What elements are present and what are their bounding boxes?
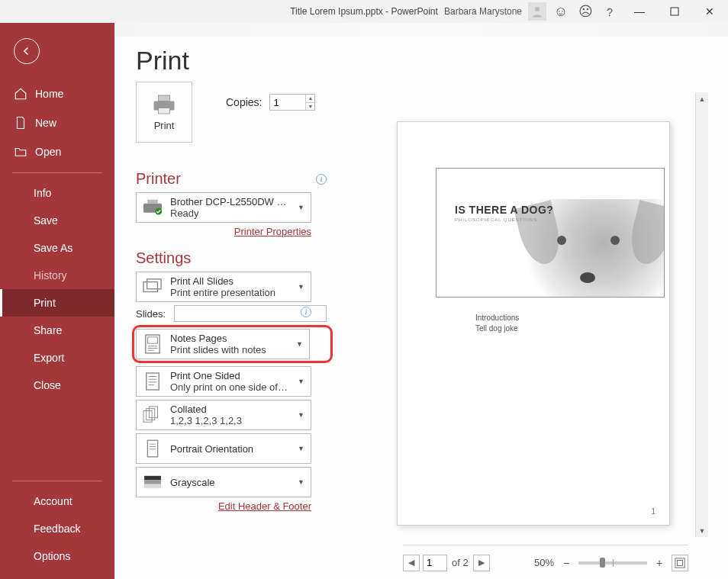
notes-text: Introductions Tell dog joke <box>475 313 631 334</box>
page-count-label: of 2 <box>452 557 469 568</box>
zoom-slider-thumb[interactable] <box>600 558 605 568</box>
current-page-input[interactable]: 1 <box>423 555 447 571</box>
sidebar-item-info[interactable]: Info <box>0 179 114 207</box>
sidebar-item-label: Home <box>35 88 63 100</box>
svg-rect-22 <box>147 409 155 420</box>
sidebar-item-account[interactable]: Account <box>0 487 114 515</box>
copies-value: 1 <box>273 97 279 108</box>
titlebar: Title Lorem Ipsum.pptx - PowerPoint Barb… <box>0 0 728 23</box>
print-what-dropdown[interactable]: Print All Slides Print entire presentati… <box>136 272 311 302</box>
slide-thumbnail: IS THERE A DOG? PHILOSOPHICAL QUESTIONS <box>436 168 665 298</box>
edit-header-footer-link[interactable]: Edit Header & Footer <box>136 500 311 512</box>
one-sided-icon <box>141 370 164 393</box>
svg-rect-23 <box>149 407 157 418</box>
window-title: Title Lorem Ipsum.pptx - PowerPoint <box>290 6 438 17</box>
print-button-label: Print <box>154 120 175 131</box>
chevron-down-icon: ▼ <box>296 445 306 452</box>
zoom-in-button[interactable]: + <box>652 555 667 571</box>
feedback-smile-icon[interactable]: ☺ <box>551 2 571 21</box>
copies-spinner-up[interactable]: ▲ <box>306 95 314 103</box>
sidebar-item-share[interactable]: Share <box>0 317 114 344</box>
new-doc-icon <box>14 116 27 130</box>
sidebar-item-history[interactable]: History <box>0 262 114 289</box>
main-area: Print Print Copies: 1 <box>114 23 728 579</box>
sidebar-item-home[interactable]: Home <box>0 79 114 108</box>
printer-dropdown[interactable]: Brother DCP-L2550DW serie... Ready ▼ <box>136 192 311 223</box>
svg-rect-12 <box>148 337 158 343</box>
sidebar-item-new[interactable]: New <box>0 108 114 137</box>
zoom-out-button[interactable]: − <box>559 555 574 571</box>
svg-rect-9 <box>143 282 157 292</box>
svg-rect-16 <box>147 373 159 390</box>
sidebar-item-print[interactable]: Print <box>0 289 114 317</box>
sidebar-item-label: New <box>35 117 56 129</box>
svg-rect-4 <box>159 108 170 114</box>
print-layout-dropdown[interactable]: Notes Pages Print slides with notes ▼ <box>136 329 310 359</box>
back-button[interactable] <box>14 38 40 64</box>
sidebar-item-export[interactable]: Export <box>0 344 114 372</box>
help-button[interactable]: ? <box>600 2 620 21</box>
zoom-percentage[interactable]: 50% <box>534 557 554 568</box>
chevron-down-icon: ▼ <box>296 283 306 291</box>
fit-icon <box>675 558 685 568</box>
orientation-title: Portrait Orientation <box>170 443 290 455</box>
notes-page-icon <box>141 333 164 355</box>
sidebar-item-save[interactable]: Save <box>0 207 114 234</box>
avatar[interactable] <box>528 2 546 21</box>
zoom-slider[interactable] <box>578 561 647 565</box>
preview-scrollbar[interactable]: ▲ ▼ <box>695 92 708 537</box>
scroll-up-icon[interactable]: ▲ <box>696 92 708 105</box>
svg-rect-21 <box>143 410 152 422</box>
minimize-button[interactable]: — <box>624 1 655 22</box>
printer-properties-link[interactable]: Printer Properties <box>136 226 311 237</box>
sidebar-item-save-as[interactable]: Save As <box>0 234 114 262</box>
slides-info-icon[interactable]: i <box>301 307 311 317</box>
printer-status: Ready <box>170 207 290 219</box>
print-preview-column: ▲ ▼ IS THERE A DOG? PHILOSOPHICAL QUESTI… <box>342 82 728 577</box>
collated-title: Collated <box>170 404 290 415</box>
print-layout-sub: Print slides with notes <box>170 344 288 355</box>
prev-page-button[interactable]: ◀ <box>403 555 420 571</box>
back-arrow-icon <box>20 44 34 58</box>
settings-heading: Settings <box>136 249 191 267</box>
sidebar-item-open[interactable]: Open <box>0 137 114 166</box>
print-layout-title: Notes Pages <box>170 333 288 344</box>
print-button[interactable]: Print <box>136 82 192 143</box>
collated-dropdown[interactable]: Collated 1,2,3 1,2,3 1,2,3 ▼ <box>136 400 311 430</box>
close-window-button[interactable]: ✕ <box>694 1 725 22</box>
svg-rect-29 <box>144 480 161 484</box>
collated-icon <box>141 404 164 426</box>
svg-rect-30 <box>144 484 161 488</box>
feedback-frown-icon[interactable]: ☹ <box>575 2 595 21</box>
fit-to-window-button[interactable] <box>672 555 688 571</box>
sidebar-item-feedback[interactable]: Feedback <box>0 515 114 542</box>
sidebar-item-close[interactable]: Close <box>0 372 114 399</box>
home-icon <box>14 87 27 101</box>
printer-info-icon[interactable]: i <box>316 174 327 185</box>
print-sided-dropdown[interactable]: Print One Sided Only print on one side o… <box>136 366 311 397</box>
copies-spinner-down[interactable]: ▼ <box>306 103 314 111</box>
next-page-button[interactable]: ▶ <box>473 555 490 571</box>
orientation-dropdown[interactable]: Portrait Orientation ▼ <box>136 433 311 464</box>
chevron-down-icon: ▼ <box>296 411 306 419</box>
user-icon <box>530 5 544 18</box>
copies-label: Copies: <box>226 96 262 108</box>
color-dropdown[interactable]: Grayscale ▼ <box>136 467 311 497</box>
page-title: Print <box>136 46 728 76</box>
maximize-button[interactable] <box>659 1 690 22</box>
print-sided-title: Print One Sided <box>170 370 290 381</box>
sidebar-separator <box>12 172 102 173</box>
print-sided-sub: Only print on one side of th... <box>170 381 290 393</box>
scroll-down-icon[interactable]: ▼ <box>696 524 708 537</box>
chevron-down-icon: ▼ <box>296 378 306 385</box>
printer-heading: Printer <box>136 170 181 188</box>
slide-subtitle-text: PHILOSOPHICAL QUESTIONS <box>455 217 537 222</box>
chevron-down-icon: ▼ <box>296 478 306 486</box>
sidebar-item-options[interactable]: Options <box>0 542 114 570</box>
notes-line: Introductions <box>475 313 631 323</box>
copies-input[interactable]: 1 ▲ ▼ <box>269 94 315 111</box>
svg-rect-24 <box>147 440 157 457</box>
printer-icon <box>150 94 178 115</box>
svg-point-0 <box>535 7 540 11</box>
backstage-sidebar: Home New Open Info Save Save As History … <box>0 23 114 579</box>
